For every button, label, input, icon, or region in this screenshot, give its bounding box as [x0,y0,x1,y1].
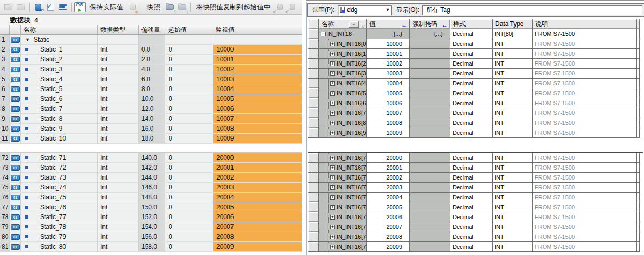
style-cell[interactable]: Decimal [450,128,493,138]
name-cell[interactable]: Static_4 [21,74,98,84]
table-row[interactable]: 6 01 Static_5 Int 8.0 0 10004 [0,84,302,94]
expand-icon[interactable]: + [330,61,335,66]
expand-icon[interactable]: + [330,91,335,96]
row-gutter[interactable] [308,128,319,138]
start-value-cell[interactable]: 0 [165,74,213,84]
snapshot-upload-icon[interactable] [164,2,175,12]
value-cell[interactable]: 10003 [367,69,410,79]
expand-icon[interactable]: + [330,185,335,190]
expand-icon[interactable]: + [330,156,335,160]
value-cell[interactable]: 20000 [367,153,410,163]
row-number[interactable]: 80 [0,232,10,242]
row-gutter[interactable] [308,222,319,232]
expand-icon[interactable]: + [330,81,335,86]
monitor-value-cell[interactable]: 10006 [213,104,302,114]
row-number[interactable]: 4 [0,65,10,74]
start-value-cell[interactable]: 0 [165,55,213,65]
type-cell[interactable]: Int [98,74,139,84]
table-row[interactable]: 81 01 Static_80 Int 158.0 0 20009 [0,242,302,252]
name-cell[interactable]: + IN_INT16[79] [319,242,367,252]
table-row[interactable]: + IN_INT16[76] 20006 Decimal INT FROM S7… [308,212,643,222]
row-number[interactable]: 73 [0,163,10,173]
table-row[interactable]: + IN_INT16[75] 20005 Decimal INT FROM S7… [308,202,643,212]
table-row[interactable]: 74 01 Static_73 Int 144.0 0 20002 [0,173,302,183]
row-gutter[interactable] [308,29,319,39]
name-cell[interactable]: + IN_INT16[78] [319,232,367,242]
expand-icon[interactable]: + [330,111,335,116]
value-cell[interactable]: 10006 [367,98,410,108]
start-value-cell[interactable]: 0 [165,202,213,212]
type-cell[interactable]: Int [98,124,139,134]
row-number[interactable]: 78 [0,212,10,222]
style-cell[interactable]: Decimal [450,242,493,252]
display-filter-field[interactable]: 所有 Tag [422,5,642,15]
value-cell[interactable]: 20003 [367,183,410,193]
monitor-value-cell[interactable]: 20000 [213,153,302,163]
monitor-value-cell[interactable]: 20002 [213,173,302,183]
table-row[interactable]: 79 01 Static_78 Int 154.0 0 20007 [0,222,302,232]
monitor-value-cell[interactable]: 10002 [213,65,302,74]
style-cell[interactable]: Decimal [450,108,493,118]
value-cell[interactable]: 20001 [367,163,410,173]
style-cell[interactable]: Decimal [450,212,493,222]
row-number[interactable]: 10 [0,124,10,134]
table-row[interactable]: + IN_INT16[3] 10003 Decimal INT FROM S7-… [308,69,643,79]
name-cell[interactable]: Static_79 [21,232,98,242]
name-cell[interactable]: + IN_INT16[72] [319,173,367,183]
value-cell[interactable]: 10009 [367,128,410,138]
style-cell[interactable]: Decimal [450,222,493,232]
start-value-cell[interactable]: 0 [165,84,213,94]
table-row[interactable]: + IN_INT16[73] 20003 Decimal INT FROM S7… [308,183,643,193]
expand-icon[interactable]: + [330,175,335,180]
start-value-cell[interactable]: 0 [165,94,213,104]
type-cell[interactable]: Int [98,114,139,124]
name-cell[interactable]: + IN_INT16[71] [319,163,367,173]
monitor-value-cell[interactable]: 10007 [213,114,302,124]
style-cell[interactable]: Decimal [450,49,493,59]
expand-icon[interactable]: + [330,205,335,210]
force-mask-cell[interactable]: {...} [410,29,450,39]
start-value-cell[interactable]: 0 [165,183,213,193]
name-cell[interactable]: Static_9 [21,124,98,134]
row-gutter[interactable] [308,88,319,98]
table-row[interactable]: 5 01 Static_4 Int 6.0 0 10003 [0,74,302,84]
name-cell[interactable]: Static_6 [21,94,98,104]
monitor-value-cell[interactable]: 10003 [213,74,302,84]
table-row[interactable]: + IN_INT16[7] 10007 Decimal INT FROM S7-… [308,108,643,118]
start-value-cell[interactable]: 0 [165,242,213,252]
expand-icon[interactable]: + [330,71,335,76]
start-value-cell[interactable]: 0 [165,173,213,183]
row-number[interactable]: 79 [0,222,10,232]
monitor-value-cell[interactable]: 10000 [213,45,302,55]
style-cell[interactable]: Decimal [450,29,493,39]
style-cell[interactable]: Decimal [450,193,493,202]
start-value-cell[interactable]: 0 [165,114,213,124]
expand-icon[interactable]: + [330,101,335,106]
table-row[interactable]: + IN_INT16[71] 20001 Decimal INT FROM S7… [308,163,643,173]
row-number[interactable]: 8 [0,104,10,114]
value-cell[interactable]: 10005 [367,88,410,98]
name-cell[interactable]: Static_73 [21,173,98,183]
value-cell[interactable]: 10007 [367,108,410,118]
array-parent-row[interactable]: − IN_INT16 {...} {...} Decimal INT[80] F… [308,29,643,39]
name-cell[interactable]: Static_77 [21,212,98,222]
type-cell[interactable]: Int [98,45,139,55]
type-cell[interactable] [98,35,139,45]
table-row[interactable]: 75 01 Static_74 Int 146.0 0 20003 [0,183,302,193]
update-interface-icon[interactable] [45,2,56,12]
name-cell[interactable]: + IN_INT16[2] [319,59,367,69]
row-gutter[interactable] [308,193,319,202]
name-cell[interactable]: + IN_INT16[77] [319,222,367,232]
style-cell[interactable]: Decimal [450,163,493,173]
start-value-cell[interactable]: 0 [165,163,213,173]
style-cell[interactable]: Decimal [450,98,493,108]
table-row[interactable]: 7 01 Static_6 Int 10.0 0 10005 [0,94,302,104]
monitor-value-cell[interactable]: 10001 [213,55,302,65]
name-cell[interactable]: Static_5 [21,84,98,94]
row-number[interactable]: 11 [0,134,10,144]
row-number[interactable]: 3 [0,55,10,65]
style-cell[interactable]: Decimal [450,69,493,79]
name-cell[interactable]: Static_78 [21,222,98,232]
start-value-cell[interactable] [165,35,213,45]
snapshot-button[interactable]: 快照 [144,3,163,12]
